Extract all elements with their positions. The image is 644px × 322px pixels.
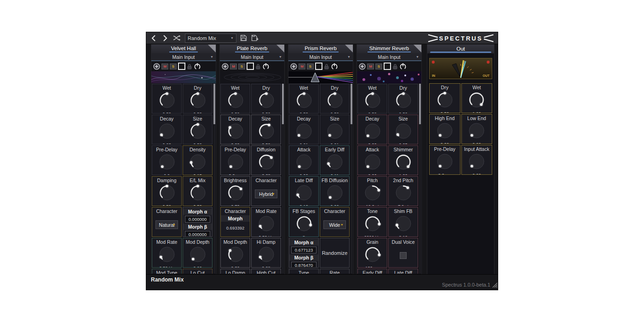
morph-field[interactable]: 0.000000: [185, 216, 210, 223]
action-button[interactable]: Randomize: [322, 250, 348, 256]
param-knob[interactable]: [226, 153, 245, 173]
param-dropdown[interactable]: Hybrid▼: [255, 190, 277, 198]
mute-button[interactable]: M: [230, 63, 237, 69]
input-selector[interactable]: Main Input ▼: [220, 53, 284, 61]
param-knob[interactable]: [158, 122, 176, 142]
param-knob[interactable]: [189, 184, 207, 204]
param-checkbox[interactable]: [400, 252, 407, 259]
param-knob[interactable]: [257, 245, 276, 265]
param-knob[interactable]: [189, 245, 207, 265]
scrollbar-thumb[interactable]: [351, 84, 352, 124]
scrollbar-thumb[interactable]: [213, 84, 215, 124]
param-knob[interactable]: [295, 184, 313, 204]
param-knob[interactable]: [326, 91, 344, 111]
param-knob[interactable]: [363, 245, 382, 265]
fold-corner-icon[interactable]: [345, 45, 353, 52]
param-knob[interactable]: [257, 91, 276, 111]
param-knob[interactable]: [394, 214, 413, 235]
param-knob[interactable]: [394, 153, 413, 173]
scrollbar-thumb[interactable]: [282, 84, 284, 124]
param-dropdown[interactable]: Wide▼: [323, 220, 346, 229]
param-knob[interactable]: [363, 184, 382, 204]
param-knob[interactable]: [158, 91, 176, 111]
power-icon[interactable]: [331, 63, 338, 70]
param-knob[interactable]: [326, 153, 344, 173]
input-selector[interactable]: Main Input ▼: [151, 53, 216, 61]
param-knob[interactable]: [467, 152, 486, 172]
prev-preset-button[interactable]: [149, 34, 158, 43]
preset-selector[interactable]: Random Mix ▼: [185, 34, 236, 43]
param-knob[interactable]: [467, 91, 486, 111]
param-knob[interactable]: [363, 91, 382, 111]
lock-icon[interactable]: [324, 63, 329, 69]
param-knob[interactable]: [295, 91, 313, 111]
module-header[interactable]: Plate Reverb: [220, 45, 284, 53]
param-knob[interactable]: [257, 153, 276, 173]
param-knob[interactable]: [226, 184, 245, 204]
param-knob[interactable]: [436, 121, 454, 142]
module-checkbox[interactable]: [384, 63, 391, 70]
param-knob[interactable]: [158, 184, 176, 204]
save-as-preset-button[interactable]: [250, 34, 259, 43]
mute-button[interactable]: M: [161, 63, 168, 69]
param-knob[interactable]: [295, 153, 313, 173]
add-module-button[interactable]: [358, 63, 366, 70]
param-knob[interactable]: [467, 121, 486, 142]
param-knob[interactable]: [394, 184, 413, 204]
module-header[interactable]: Prism Reverb: [288, 45, 353, 53]
scrollbar-thumb[interactable]: [419, 84, 421, 124]
input-selector[interactable]: Main Input ▼: [357, 53, 421, 61]
add-module-button[interactable]: [221, 63, 229, 70]
fold-corner-icon[interactable]: [276, 45, 284, 52]
save-preset-button[interactable]: [239, 34, 248, 43]
param-knob[interactable]: [295, 214, 313, 235]
param-knob[interactable]: [363, 122, 382, 142]
lock-icon[interactable]: [392, 63, 398, 69]
param-dropdown[interactable]: Natural▼: [155, 220, 178, 229]
fold-corner-icon[interactable]: [414, 45, 421, 52]
param-knob[interactable]: [226, 122, 245, 142]
power-icon[interactable]: [399, 63, 407, 70]
param-knob[interactable]: [189, 122, 207, 142]
solo-button[interactable]: S: [238, 63, 245, 69]
module-header[interactable]: Shimmer Reverb: [357, 45, 421, 53]
lock-icon[interactable]: [255, 63, 261, 69]
param-knob[interactable]: [158, 245, 176, 265]
param-knob[interactable]: [394, 91, 413, 111]
param-knob[interactable]: [363, 214, 382, 235]
power-icon[interactable]: [194, 63, 201, 70]
lock-icon[interactable]: [187, 63, 192, 69]
fold-corner-icon[interactable]: [208, 45, 216, 52]
morph-button[interactable]: Morph: [221, 215, 250, 222]
param-knob[interactable]: [394, 122, 413, 142]
param-knob[interactable]: [226, 91, 245, 111]
solo-button[interactable]: S: [170, 63, 177, 69]
next-preset-button[interactable]: [161, 34, 170, 43]
out-header[interactable]: Out: [427, 45, 494, 53]
mute-button[interactable]: M: [299, 63, 305, 69]
param-knob[interactable]: [226, 245, 245, 265]
morph-field[interactable]: 0.677123: [291, 247, 316, 253]
solo-button[interactable]: S: [307, 63, 314, 69]
param-knob[interactable]: [326, 184, 344, 204]
module-checkbox[interactable]: [247, 63, 254, 70]
param-knob[interactable]: [363, 153, 382, 173]
add-module-button[interactable]: [153, 63, 160, 70]
param-knob[interactable]: [189, 153, 207, 173]
param-knob[interactable]: [326, 122, 344, 142]
solo-button[interactable]: S: [375, 63, 382, 69]
module-checkbox[interactable]: [178, 63, 185, 70]
module-header[interactable]: Velvet Hall: [151, 45, 216, 53]
power-icon[interactable]: [262, 63, 270, 70]
module-checkbox[interactable]: [315, 63, 322, 70]
param-knob[interactable]: [158, 153, 176, 173]
mute-button[interactable]: M: [367, 63, 374, 69]
add-module-button[interactable]: [290, 63, 297, 70]
morph-field[interactable]: 0.876470: [291, 262, 316, 268]
param-knob[interactable]: [436, 91, 454, 111]
param-knob[interactable]: [189, 91, 207, 111]
resize-grip[interactable]: [491, 282, 498, 290]
param-knob[interactable]: [257, 122, 276, 142]
random-preset-button[interactable]: [172, 34, 181, 43]
param-knob[interactable]: [295, 122, 313, 142]
